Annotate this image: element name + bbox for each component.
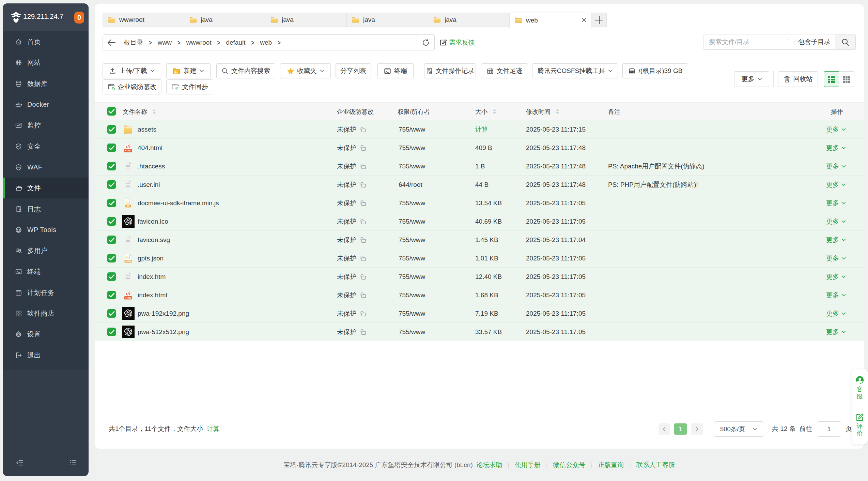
svg-text:WAF: WAF	[16, 166, 21, 168]
